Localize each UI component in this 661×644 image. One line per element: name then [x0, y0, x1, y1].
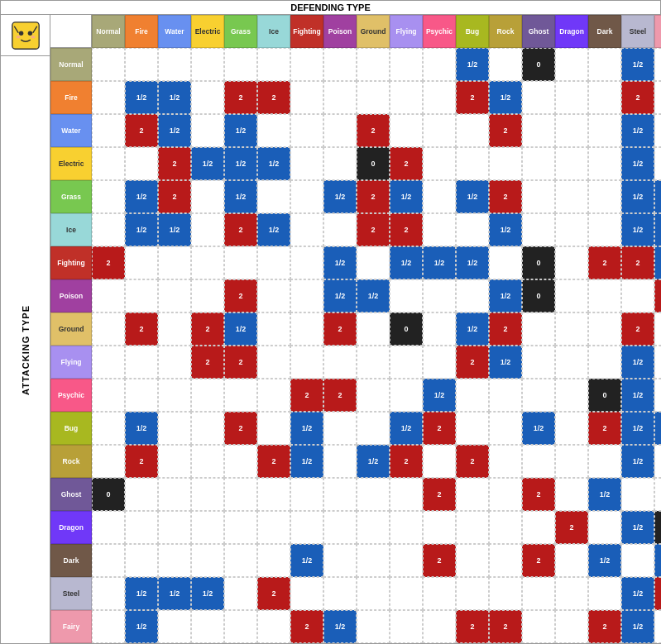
cell-electric-vs-ghost [522, 147, 555, 180]
cell-ice-vs-fairy: 1/2 [654, 213, 661, 246]
cell-poison-vs-rock: 1/2 [489, 279, 522, 312]
cell-normal-vs-ice [257, 48, 290, 81]
cell-dragon-vs-dragon: 2 [555, 511, 588, 544]
cell-steel-vs-ground [357, 577, 390, 610]
cell-fighting-vs-poison: 1/2 [323, 246, 357, 279]
cell-bug-vs-normal [92, 412, 125, 445]
cell-fire-vs-fire: 1/2 [125, 81, 158, 114]
cell-rock-vs-steel: 1/2 [621, 445, 654, 478]
row-fighting: Fighting21/21/21/21/20221/2 [50, 246, 661, 279]
row-dark: Dark1/2221/21/2 [50, 544, 661, 577]
cell-flying-vs-normal [92, 346, 125, 379]
cell-ice-vs-fighting [290, 213, 323, 246]
cell-electric-vs-psychic [423, 147, 456, 180]
cell-fairy-vs-rock: 2 [489, 610, 522, 643]
cell-ghost-vs-poison [323, 478, 357, 511]
cell-steel-vs-fire: 1/2 [125, 577, 158, 610]
cell-ground-vs-water [158, 312, 191, 346]
cell-grass-vs-rock: 2 [489, 180, 522, 213]
row-rock: Rock221/21/2221/2 [50, 445, 661, 478]
cell-grass-vs-water: 2 [158, 180, 191, 213]
cell-flying-vs-bug: 2 [456, 346, 489, 379]
cell-fairy-vs-ice [257, 610, 290, 643]
cell-electric-vs-grass: 1/2 [224, 147, 257, 180]
row-header-ground: Ground [50, 312, 92, 346]
cell-dark-vs-dragon [555, 544, 588, 577]
cell-electric-vs-dragon [555, 147, 588, 180]
cell-electric-vs-water: 2 [158, 147, 191, 180]
cell-bug-vs-fire: 1/2 [125, 412, 158, 445]
row-header-bug: Bug [50, 412, 92, 445]
cell-dark-vs-rock [489, 544, 522, 577]
row-ice: Ice1/21/221/2221/21/21/2 [50, 213, 661, 246]
cell-psychic-vs-fighting: 2 [290, 379, 323, 412]
svg-point-4 [31, 36, 35, 39]
col-header-electric: Electric [191, 15, 224, 48]
cell-electric-vs-ice: 1/2 [257, 147, 290, 180]
cell-fairy-vs-dragon [555, 610, 588, 643]
cell-fighting-vs-ground [357, 246, 390, 279]
cell-steel-vs-dark [588, 577, 621, 610]
cell-ground-vs-dark [588, 312, 621, 346]
cell-poison-vs-electric [191, 279, 224, 312]
cell-fairy-vs-bug: 2 [456, 610, 489, 643]
page-title: DEFENDING TYPE [1, 1, 660, 15]
cell-dark-vs-ground [357, 544, 390, 577]
cell-ice-vs-ice: 1/2 [257, 213, 290, 246]
cell-grass-vs-poison: 1/2 [323, 180, 357, 213]
cell-electric-vs-fairy [654, 147, 661, 180]
main-container: DEFENDING TYPE ATTACKING TYPE NormalFire… [0, 0, 661, 644]
cell-normal-vs-fighting [290, 48, 323, 81]
cell-normal-vs-electric [191, 48, 224, 81]
cell-fire-vs-steel: 2 [621, 81, 654, 114]
cell-fairy-vs-fighting: 2 [290, 610, 323, 643]
cell-dragon-vs-bug [456, 511, 489, 544]
cell-rock-vs-fire: 2 [125, 445, 158, 478]
cell-normal-vs-steel: 1/2 [621, 48, 654, 81]
cell-electric-vs-bug [456, 147, 489, 180]
cell-ghost-vs-flying [390, 478, 423, 511]
cell-bug-vs-fairy: 1/2 [654, 412, 661, 445]
cell-water-vs-flying [390, 114, 423, 147]
cell-steel-vs-electric: 1/2 [191, 577, 224, 610]
col-header-psychic: Psychic [423, 15, 456, 48]
cell-dark-vs-fairy: 1/2 [654, 544, 661, 577]
cell-grass-vs-ice [257, 180, 290, 213]
cell-dark-vs-electric [191, 544, 224, 577]
col-header-ghost: Ghost [522, 15, 555, 48]
cell-poison-vs-fairy: 2 [654, 279, 661, 312]
row-dragon: Dragon21/20 [50, 511, 661, 544]
svg-point-3 [16, 36, 20, 39]
cell-grass-vs-bug: 1/2 [456, 180, 489, 213]
cell-electric-vs-flying: 2 [390, 147, 423, 180]
row-steel: Steel1/21/21/221/22 [50, 577, 661, 610]
cell-dragon-vs-water [158, 511, 191, 544]
cell-poison-vs-fire [125, 279, 158, 312]
cell-grass-vs-ghost [522, 180, 555, 213]
cell-normal-vs-flying [390, 48, 423, 81]
cell-dragon-vs-ground [357, 511, 390, 544]
cell-fighting-vs-dark: 2 [588, 246, 621, 279]
cell-fairy-vs-water [158, 610, 191, 643]
cell-ground-vs-grass: 1/2 [224, 312, 257, 346]
col-header-rock: Rock [489, 15, 522, 48]
row-fire: Fire1/21/22221/22 [50, 81, 661, 114]
row-ghost: Ghost0221/2 [50, 478, 661, 511]
cell-steel-vs-psychic [423, 577, 456, 610]
cell-electric-vs-fire [125, 147, 158, 180]
main-area: ATTACKING TYPE NormalFireWaterElectricGr… [1, 15, 660, 643]
cell-water-vs-ice [257, 114, 290, 147]
cell-ghost-vs-dark: 1/2 [588, 478, 621, 511]
cell-fighting-vs-normal: 2 [92, 246, 125, 279]
cell-bug-vs-fighting: 1/2 [290, 412, 323, 445]
cell-poison-vs-ice [257, 279, 290, 312]
type-grid: NormalFireWaterElectricGrassIceFightingP… [50, 15, 661, 643]
cell-ghost-vs-normal: 0 [92, 478, 125, 511]
cell-grass-vs-dark [588, 180, 621, 213]
cell-fire-vs-ice: 2 [257, 81, 290, 114]
cell-ghost-vs-water [158, 478, 191, 511]
cell-ice-vs-dragon [555, 213, 588, 246]
cell-ghost-vs-dragon [555, 478, 588, 511]
cell-ghost-vs-electric [191, 478, 224, 511]
cell-normal-vs-rock [489, 48, 522, 81]
